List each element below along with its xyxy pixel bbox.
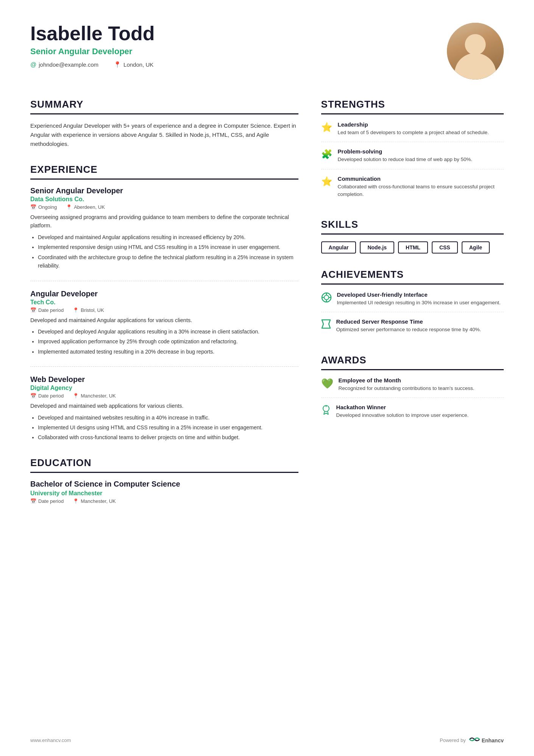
achievement-item-1: Reduced Server Response Time Optimized s… [321,318,504,339]
resume-page: Isabelle Todd Senior Angular Developer @… [0,0,534,756]
location-icon: 📍 [114,61,121,68]
skill-tag-3: CSS [432,241,458,254]
email-contact: @ johndoe@example.com [30,61,98,68]
right-column: STRENGTHS ⭐ Leadership Led team of 5 dev… [321,99,504,519]
award-icon-0: 💚 [321,378,333,392]
header: Isabelle Todd Senior Angular Developer @… [30,23,504,80]
education-title: EDUCATION [30,457,298,473]
calendar-icon-1: 📅 [30,204,36,210]
exp-meta-1: 📅 Ongoing 📍 Aberdeen, UK [30,204,298,210]
exp-location-2: 📍 Bristol, UK [73,307,104,313]
bullet-3-0: Developed and maintained websites result… [38,413,298,422]
enhancv-brand-name: Enhancv [482,737,504,743]
strength-content-2: Communication Collaborated with cross-fu… [338,175,504,199]
edu-calendar-icon: 📅 [30,498,36,504]
awards-section: AWARDS 💚 Employee of the Month Recognize… [321,354,504,425]
strength-content-0: Leadership Led team of 5 developers to c… [338,121,489,136]
exp-bullets-1: Developed and maintained Angular applica… [30,233,298,270]
svg-marker-6 [322,320,330,328]
pin-icon-2: 📍 [73,307,79,313]
exp-company-2: Tech Co. [30,299,298,306]
strength-name-2: Communication [338,175,504,182]
photo-placeholder [447,23,504,80]
exp-divider-2 [30,366,298,367]
edu-location: 📍 Manchester, UK [73,498,116,504]
exp-desc-2: Developed and maintained Angular applica… [30,316,298,324]
strength-name-0: Leadership [338,121,489,128]
award-desc-0: Recognized for outstanding contributions… [339,385,475,392]
skill-tag-4: Agile [462,241,490,254]
exp-date-2: 📅 Date period [30,307,64,313]
achievement-content-0: Developed User-friendly Interface Implem… [337,291,501,307]
achievement-desc-0: Implemented UI redesign resulting in 30%… [337,299,501,307]
summary-text: Experienced Angular Developer with 5+ ye… [30,121,298,149]
award-item-0: 💚 Employee of the Month Recognized for o… [321,377,504,398]
achievement-content-1: Reduced Server Response Time Optimized s… [336,318,481,333]
candidate-photo [447,23,504,80]
education-section: EDUCATION Bachelor of Science in Compute… [30,457,298,504]
strength-desc-2: Collaborated with cross-functional teams… [338,183,504,199]
skills-tags: Angular Node.js HTML CSS Agile [321,241,504,254]
bullet-1-1: Implemented responsive design using HTML… [38,243,298,251]
achievement-icon-0 [321,292,332,307]
achievement-name-0: Developed User-friendly Interface [337,291,501,298]
exp-bullets-2: Developed and deployed Angular applicati… [30,327,298,356]
powered-by-text: Powered by [440,737,466,743]
skill-tag-0: Angular [321,241,356,254]
achievement-name-1: Reduced Server Response Time [336,318,481,325]
exp-title-2: Angular Developer [30,290,298,298]
strength-item-2: ⭐ Communication Collaborated with cross-… [321,175,504,204]
award-content-0: Employee of the Month Recognized for out… [339,377,475,392]
strength-item-0: ⭐ Leadership Led team of 5 developers to… [321,121,504,142]
bullet-1-0: Developed and maintained Angular applica… [38,233,298,241]
pin-icon-1: 📍 [66,204,72,210]
award-name-0: Employee of the Month [339,377,475,383]
exp-meta-3: 📅 Date period 📍 Manchester, UK [30,393,298,399]
summary-section: SUMMARY Experienced Angular Developer wi… [30,99,298,149]
experience-item-3: Web Developer Digital Agency 📅 Date peri… [30,375,298,442]
achievement-item-0: Developed User-friendly Interface Implem… [321,291,504,312]
strengths-section: STRENGTHS ⭐ Leadership Led team of 5 dev… [321,99,504,203]
experience-title: EXPERIENCE [30,164,298,180]
strength-content-1: Problem-solving Developed solution to re… [338,148,473,163]
exp-title-3: Web Developer [30,375,298,384]
award-icon-1 [321,405,331,419]
exp-desc-3: Developed and maintained web application… [30,402,298,410]
candidate-title: Senior Angular Developer [30,47,432,56]
strength-icon-0: ⭐ [321,122,333,136]
pin-icon-3: 📍 [73,393,79,399]
calendar-icon-2: 📅 [30,307,36,313]
exp-location-1: 📍 Aberdeen, UK [66,204,105,210]
strength-item-1: 🧩 Problem-solving Developed solution to … [321,148,504,169]
award-item-1: Hackathon Winner Developed innovative so… [321,404,504,424]
edu-date: 📅 Date period [30,498,64,504]
achievements-title: ACHIEVEMENTS [321,269,504,285]
header-contact: @ johndoe@example.com 📍 London, UK [30,61,432,68]
experience-item-1: Senior Angular Developer Data Solutions … [30,186,298,270]
achievement-icon-1 [321,319,331,333]
edu-meta: 📅 Date period 📍 Manchester, UK [30,498,298,504]
svg-point-1 [324,295,329,300]
skill-tag-2: HTML [398,241,428,254]
award-name-1: Hackathon Winner [336,404,469,410]
email-icon: @ [30,61,36,68]
exp-meta-2: 📅 Date period 📍 Bristol, UK [30,307,298,313]
footer-website: www.enhancv.com [30,737,71,743]
location-value: London, UK [123,61,153,68]
strength-icon-1: 🧩 [321,149,333,163]
experience-item-2: Angular Developer Tech Co. 📅 Date period… [30,290,298,356]
bullet-2-0: Developed and deployed Angular applicati… [38,327,298,336]
bullet-1-2: Coordinated with the architecture group … [38,253,298,270]
bullet-2-2: Implemented automated testing resulting … [38,347,298,356]
skill-tag-1: Node.js [360,241,394,254]
footer-powered: Powered by Enhancv [440,736,504,745]
calendar-icon-3: 📅 [30,393,36,399]
exp-company-1: Data Solutions Co. [30,196,298,203]
award-desc-1: Developed innovative solution to improve… [336,412,469,419]
achievements-section: ACHIEVEMENTS Developed User-f [321,269,504,339]
award-content-1: Hackathon Winner Developed innovative so… [336,404,469,419]
location-contact: 📍 London, UK [114,61,153,68]
bullet-2-1: Improved application performance by 25% … [38,337,298,346]
skills-section: SKILLS Angular Node.js HTML CSS Agile [321,219,504,254]
candidate-name: Isabelle Todd [30,23,432,44]
